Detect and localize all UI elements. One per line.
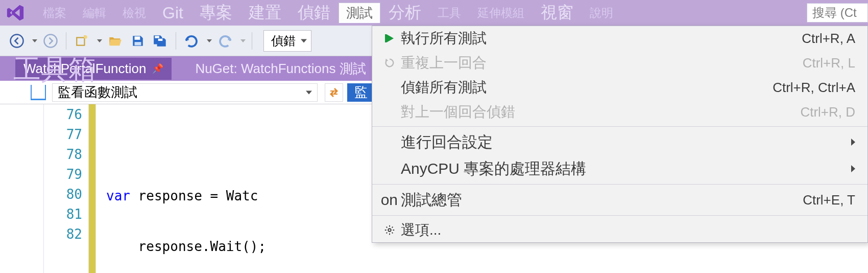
menu-options[interactable]: 選項... xyxy=(372,218,867,242)
menu-analyze[interactable]: 分析 xyxy=(380,0,429,26)
configuration-dropdown[interactable]: 偵錯 xyxy=(263,30,311,52)
svg-rect-4 xyxy=(135,36,140,40)
toolbar-separator xyxy=(66,32,66,50)
menu-tools[interactable]: 工具 xyxy=(429,0,469,26)
code-content[interactable]: var response = Watc response.Wait(); // … xyxy=(96,104,290,273)
menu-item-shortcut: Ctrl+E, T xyxy=(803,192,855,208)
menu-item-label: 執行所有測試 xyxy=(401,29,802,48)
test-menu-dropdown: 執行所有測試 Ctrl+R, A 重複上一回合 Ctrl+R, L 偵錯所有測試… xyxy=(372,26,868,243)
undo-button[interactable] xyxy=(182,32,201,50)
save-button[interactable] xyxy=(129,32,147,50)
line-numbers: 76 77 78 79 80 81 82 xyxy=(44,104,89,273)
svg-point-0 xyxy=(11,34,23,47)
menu-item-shortcut: Ctrl+R, D xyxy=(800,104,855,120)
menu-separator xyxy=(372,126,867,127)
menu-view[interactable]: 檢視 xyxy=(114,0,154,26)
menu-debug-all-tests[interactable]: 偵錯所有測試 Ctrl+R, Ctrl+A xyxy=(372,75,867,100)
repeat-icon xyxy=(378,57,401,69)
save-all-button[interactable] xyxy=(151,32,170,50)
nav-forward-button[interactable] xyxy=(41,32,60,50)
menu-item-label: 對上一個回合偵錯 xyxy=(401,102,800,122)
menu-item-shortcut: Ctrl+R, Ctrl+A xyxy=(773,80,855,96)
menu-edit[interactable]: 編輯 xyxy=(75,0,114,26)
svg-rect-7 xyxy=(158,38,163,40)
new-item-dropdown-icon[interactable] xyxy=(97,39,102,42)
vs-logo xyxy=(5,3,25,22)
document-tab[interactable]: NuGet: WatchFunctions 測試 xyxy=(187,57,374,81)
document-tab-active[interactable]: WatchPortalFunction 📌 xyxy=(15,58,172,80)
submenu-arrow-icon xyxy=(851,165,855,172)
member-name: 監 xyxy=(354,83,368,101)
class-dropdown[interactable]: 監看函數測試 xyxy=(52,83,318,102)
menu-test-explorer[interactable]: on 測試總管 Ctrl+E, T xyxy=(372,187,867,213)
tab-title: NuGet: WatchFunctions 測試 xyxy=(195,60,366,78)
prefix-text: on xyxy=(372,191,401,209)
menu-item-shortcut: Ctrl+R, A xyxy=(802,31,855,47)
gear-icon xyxy=(378,224,401,236)
pin-icon[interactable]: 📌 xyxy=(152,63,163,74)
flask-icon xyxy=(31,85,46,100)
menu-separator xyxy=(372,184,867,185)
redo-button[interactable] xyxy=(216,32,234,50)
menu-item-label: 偵錯所有測試 xyxy=(401,78,773,97)
change-indicator xyxy=(89,104,96,273)
svg-rect-2 xyxy=(77,37,84,45)
menu-help[interactable]: 說明 xyxy=(582,0,621,26)
menu-test[interactable]: 測試 xyxy=(339,3,380,23)
svg-point-3 xyxy=(84,35,87,39)
menu-debug-last: 對上一個回合偵錯 Ctrl+R, D xyxy=(372,100,867,124)
menu-item-label: 重複上一回合 xyxy=(401,53,803,73)
swap-icon[interactable] xyxy=(325,83,343,102)
open-button[interactable] xyxy=(106,32,125,50)
menu-window[interactable]: 視窗 xyxy=(533,0,582,26)
menu-debug[interactable]: 偵錯 xyxy=(290,0,339,26)
menu-item-label: AnyCPU 專案的處理器結構 xyxy=(401,158,851,179)
menubar: 檔案 編輯 檢視 Git 專案 建置 偵錯 測試 分析 工具 延伸模組 視窗 說… xyxy=(0,0,868,26)
menu-build[interactable]: 建置 xyxy=(240,0,290,26)
svg-rect-8 xyxy=(385,34,387,42)
toolbar-separator xyxy=(176,32,176,50)
menu-git[interactable]: Git xyxy=(154,0,191,26)
svg-point-9 xyxy=(388,229,391,232)
class-name: 監看函數測試 xyxy=(58,83,137,101)
undo-dropdown-icon[interactable] xyxy=(207,39,212,42)
toolbar-separator xyxy=(252,32,252,50)
play-icon xyxy=(378,32,401,44)
nav-back-button[interactable] xyxy=(8,32,26,50)
menu-run-all-tests[interactable]: 執行所有測試 Ctrl+R, A xyxy=(372,26,867,51)
svg-rect-5 xyxy=(135,42,141,46)
search-box[interactable]: 搜尋 (Ct xyxy=(807,3,868,22)
menu-item-label: 選項... xyxy=(401,220,855,240)
menu-item-label: 進行回合設定 xyxy=(401,132,851,153)
menu-separator xyxy=(372,215,867,216)
menu-configure-run[interactable]: 進行回合設定 xyxy=(372,129,867,155)
menu-anycpu-architecture[interactable]: AnyCPU 專案的處理器結構 xyxy=(372,155,867,182)
gutter xyxy=(0,104,44,273)
new-item-button[interactable] xyxy=(73,32,91,50)
menu-project[interactable]: 專案 xyxy=(191,0,240,26)
menu-item-label: 測試總管 xyxy=(401,190,803,211)
svg-rect-6 xyxy=(155,36,159,38)
submenu-arrow-icon xyxy=(851,139,855,146)
menu-item-shortcut: Ctrl+R, L xyxy=(803,55,855,71)
menu-extensions[interactable]: 延伸模組 xyxy=(469,0,533,26)
svg-point-1 xyxy=(44,34,57,47)
redo-dropdown-icon[interactable] xyxy=(240,39,246,42)
tab-title: WatchPortalFunction xyxy=(23,61,146,77)
nav-back-dropdown-icon[interactable] xyxy=(32,39,37,42)
menu-file[interactable]: 檔案 xyxy=(35,0,75,26)
menu-repeat-last: 重複上一回合 Ctrl+R, L xyxy=(372,51,867,75)
